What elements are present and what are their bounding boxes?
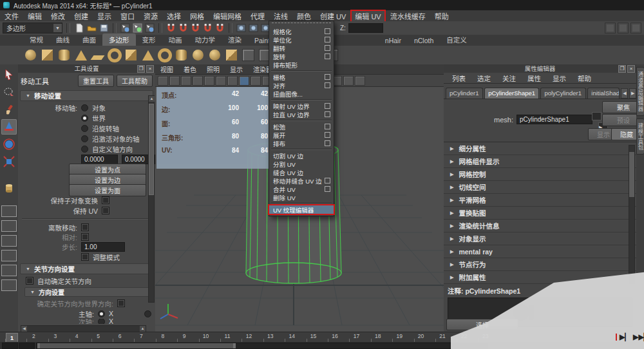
- make-object-live-icon[interactable]: [214, 23, 225, 33]
- option-box-icon[interactable]: [325, 45, 330, 51]
- connection-icon[interactable]: [592, 112, 601, 120]
- toggle-channel-box-icon[interactable]: [630, 23, 641, 33]
- ae-tab-polyCylinder1[interactable]: polyCylinder1: [540, 88, 586, 99]
- frame-9[interactable]: 9: [178, 333, 190, 339]
- poly-sphere[interactable]: [23, 48, 38, 62]
- frame-4[interactable]: 4: [71, 333, 82, 339]
- shelf-tab-渲染[interactable]: 渲染: [222, 33, 248, 46]
- viewport-menu-显示[interactable]: 显示: [225, 64, 248, 74]
- uv-menu-item-翻转[interactable]: 翻转: [269, 44, 334, 52]
- axis-radio-沿激活对象的轴[interactable]: [81, 135, 88, 142]
- menu-item-帮助[interactable]: 帮助: [430, 10, 453, 22]
- frame-10[interactable]: 10: [200, 333, 212, 339]
- ae-vertical-scrollbar[interactable]: [629, 145, 635, 284]
- poly-cylinder[interactable]: [57, 48, 71, 62]
- focus-button[interactable]: 聚焦: [602, 101, 636, 113]
- uv-menu-item-规格化[interactable]: 规格化: [269, 27, 334, 35]
- world-orient-checkbox[interactable]: [117, 299, 125, 307]
- primary-axis-radio-2[interactable]: [144, 310, 151, 317]
- restore-panel-icon[interactable]: ❐: [137, 65, 145, 73]
- uv-menu-item-扭曲图像...[interactable]: 扭曲图像...: [269, 90, 334, 98]
- dock-tab-通道盒/层编辑器[interactable]: 通道盒/层编辑器: [636, 67, 644, 116]
- axis-radio-世界[interactable]: [81, 115, 88, 122]
- section-对象显示[interactable]: ▶对象显示: [444, 232, 636, 245]
- viewport-toolbar-icon[interactable]: [158, 76, 168, 86]
- shelf-tab-nHair[interactable]: nHair: [379, 35, 408, 46]
- frame-21[interactable]: 21: [437, 333, 448, 339]
- restore-panel-icon[interactable]: ❐: [618, 65, 626, 73]
- axis-radio-自定义轴方向[interactable]: [81, 146, 88, 153]
- viewport-menu-照明[interactable]: 照明: [202, 64, 225, 74]
- tab-scroll-left-icon[interactable]: ◀: [621, 88, 628, 99]
- section-网格组件显示[interactable]: ▶网格组件显示: [444, 155, 636, 168]
- uv-menu-item-松弛[interactable]: 松弛: [269, 122, 334, 131]
- poly-platonic[interactable]: [207, 48, 222, 62]
- ae-tab-pCylinderShape1[interactable]: pCylinderShape1: [484, 88, 539, 99]
- two-pane-stacked-layout[interactable]: [1, 250, 17, 261]
- shelf-tab-nCloth[interactable]: nCloth: [408, 35, 440, 46]
- frame-20[interactable]: 20: [415, 333, 427, 339]
- range-start-field[interactable]: [2, 343, 18, 349]
- shelf-tab-动力学[interactable]: 动力学: [189, 33, 222, 46]
- shelf-tab-动画[interactable]: 动画: [162, 33, 189, 46]
- save-scene-icon[interactable]: [99, 23, 109, 33]
- select-tool[interactable]: [1, 67, 17, 82]
- section-置换贴图[interactable]: ▶置换贴图: [444, 207, 636, 220]
- shelf-tab-常规[interactable]: 常规: [23, 33, 50, 46]
- section-网格控制[interactable]: ▶网格控制: [444, 168, 636, 181]
- menu-item-法线[interactable]: 法线: [269, 10, 292, 22]
- option-box-icon[interactable]: [325, 178, 330, 184]
- checkbox-保持 UV[interactable]: [102, 207, 109, 214]
- orient-settings-header[interactable]: ▼ 方向设置: [24, 287, 153, 297]
- poly-plane[interactable]: [90, 48, 105, 62]
- shelf-tab-多边形[interactable]: 多边形: [102, 33, 136, 46]
- range-min-field[interactable]: [19, 343, 35, 349]
- uv-menu-item-合并 UV[interactable]: 合并 UV: [269, 185, 334, 193]
- single-pane-layout[interactable]: [1, 205, 17, 217]
- section-切线空间[interactable]: ▶切线空间: [444, 181, 636, 194]
- viewport-toolbar-icon[interactable]: [216, 76, 226, 86]
- ae-menu-显示[interactable]: 显示: [547, 73, 572, 83]
- step-size-input[interactable]: 1.00: [81, 242, 125, 252]
- snap-to-view-plane-icon[interactable]: [202, 23, 213, 33]
- uv-menu-item-缝合 UV 边[interactable]: 缝合 UV 边: [269, 168, 334, 176]
- snap-to-point-icon[interactable]: [190, 23, 201, 33]
- ae-menu-关注[interactable]: 关注: [497, 73, 522, 83]
- axis-radio-沿旋转轴[interactable]: [81, 125, 88, 132]
- viewport-toolbar-icon[interactable]: [169, 76, 180, 86]
- uv-menu-item-栅格[interactable]: 栅格: [269, 73, 334, 81]
- option-box-icon[interactable]: [325, 82, 330, 88]
- discrete-move-checkbox[interactable]: [81, 223, 89, 231]
- scale-tool[interactable]: [1, 154, 17, 169]
- option-box-icon[interactable]: [325, 124, 330, 129]
- section-附加属性[interactable]: ▶附加属性: [444, 271, 636, 284]
- viewport-toolbar-icon[interactable]: [204, 76, 214, 86]
- vertical-scrollbar[interactable]: ▲: [148, 95, 155, 303]
- viewport-toolbar-icon[interactable]: [193, 76, 203, 86]
- menu-item-窗口[interactable]: 窗口: [116, 10, 139, 22]
- select-button[interactable]: 选择: [446, 319, 518, 330]
- frame-12[interactable]: 12: [243, 333, 254, 339]
- viewport-menu-视图[interactable]: 视图: [155, 64, 178, 74]
- uv-menu-item-映射 UV 边界[interactable]: 映射 UV 边界: [269, 102, 334, 110]
- viewport-toolbar-icon[interactable]: [239, 76, 249, 86]
- uv-menu-item-展开[interactable]: 展开: [269, 131, 334, 139]
- poly-cube[interactable]: [40, 48, 55, 62]
- hide-button[interactable]: 隐藏: [611, 128, 636, 140]
- viewport-toolbar-icon[interactable]: [227, 76, 238, 86]
- range-slider[interactable]: [0, 342, 644, 349]
- scroll-left-icon[interactable]: ◀: [21, 326, 27, 332]
- ae-tab-pCylinder1[interactable]: pCylinder1: [446, 88, 483, 99]
- select-by-hierarchy-icon[interactable]: [120, 23, 131, 33]
- inner-horizontal-scrollbar[interactable]: ◀▲: [21, 325, 146, 332]
- menu-item-网格[interactable]: 网格: [185, 10, 209, 22]
- frame-15[interactable]: 15: [308, 333, 319, 339]
- relative-checkbox[interactable]: [81, 233, 89, 241]
- uv-menu-item-删除 UV[interactable]: 删除 UV: [269, 193, 334, 202]
- section-平滑网格[interactable]: ▶平滑网格: [444, 194, 636, 207]
- range-thumb[interactable]: [37, 343, 236, 348]
- checkbox-保持子对象变换[interactable]: [102, 196, 109, 204]
- uv-menu-item-单位化[interactable]: 单位化: [269, 35, 334, 44]
- frame-3[interactable]: 3: [50, 333, 61, 339]
- play-forward-icon[interactable]: ▶▶▏: [633, 333, 644, 341]
